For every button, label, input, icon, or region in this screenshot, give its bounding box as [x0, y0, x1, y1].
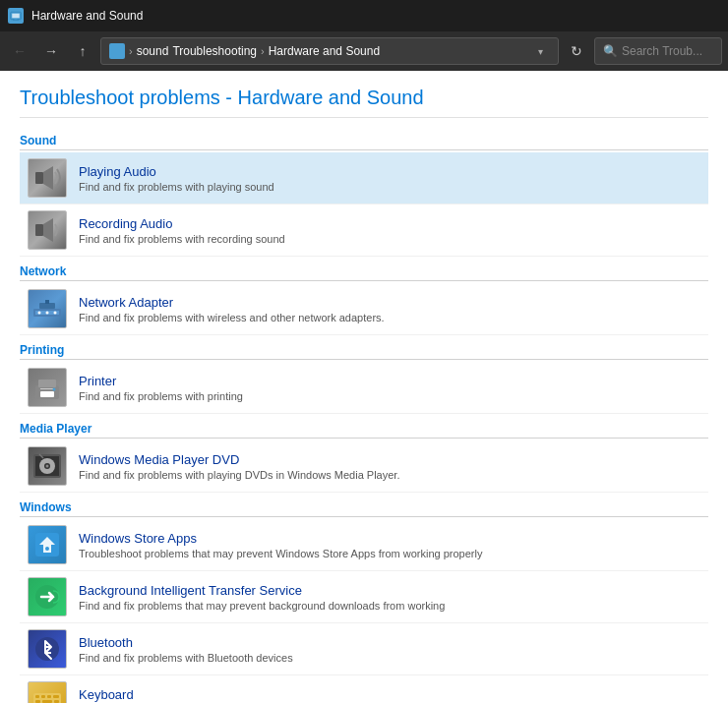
separator1: › [129, 45, 133, 57]
windows-media-player-dvd-text: Windows Media Player DVD Find and fix pr… [79, 452, 700, 481]
section-media-player: Media Player Windows Media Player DVD Fi… [20, 422, 708, 493]
search-box[interactable]: 🔍 Search Troub... [594, 37, 722, 65]
list-item-recording-audio[interactable]: Recording Audio Find and fix problems wi… [20, 205, 708, 257]
address-bar[interactable]: › sound Troubleshooting › Hardware and S… [100, 37, 559, 65]
address-app-icon [109, 43, 125, 59]
recording-audio-name: Recording Audio [79, 216, 700, 231]
search-placeholder: Search Troub... [622, 44, 702, 58]
windows-media-player-dvd-name: Windows Media Player DVD [79, 452, 700, 467]
playing-audio-name: Playing Audio [79, 164, 700, 179]
svg-rect-6 [35, 224, 43, 236]
bluetooth-text: Bluetooth Find and fix problems with Blu… [79, 635, 700, 664]
window-title: Hardware and Sound [31, 9, 143, 23]
network-adapter-name: Network Adapter [79, 295, 700, 310]
list-item-windows-media-player-dvd[interactable]: Windows Media Player DVD Find and fix pr… [20, 440, 708, 493]
section-header-windows: Windows [20, 500, 708, 517]
recording-audio-icon [28, 210, 67, 250]
network-adapter-icon [28, 289, 67, 328]
titlebar: Hardware and Sound [0, 0, 728, 31]
breadcrumb-troubleshooting-label[interactable]: Troubleshooting [172, 44, 257, 58]
background-intelligent-transfer-icon [28, 577, 67, 616]
playing-audio-text: Playing Audio Find and fix problems with… [79, 164, 700, 193]
section-windows: Windows Windows Store Apps Troubleshoot … [20, 500, 708, 703]
background-intelligent-transfer-name: Background Intelligent Transfer Service [79, 583, 700, 598]
addressbar: ← → ↑ › sound Troubleshooting › Hardware… [0, 31, 728, 71]
svg-point-19 [53, 388, 56, 391]
svg-rect-31 [41, 695, 45, 698]
svg-point-14 [54, 312, 57, 315]
section-network: Network Network Adapter Find and fix pro… [20, 264, 708, 335]
list-item-windows-store-apps[interactable]: Windows Store Apps Troubleshoot problems… [20, 519, 708, 571]
windows-media-player-dvd-icon [28, 446, 67, 486]
svg-marker-7 [43, 218, 53, 242]
breadcrumb-troubleshooting[interactable]: sound [137, 44, 169, 58]
svg-point-26 [45, 547, 49, 551]
playing-audio-icon [28, 158, 67, 198]
svg-rect-28 [35, 637, 59, 661]
svg-rect-3 [13, 20, 19, 21]
svg-point-24 [46, 465, 49, 468]
background-intelligent-transfer-text: Background Intelligent Transfer Service … [79, 583, 700, 612]
windows-store-apps-text: Windows Store Apps Troubleshoot problems… [79, 531, 700, 559]
playing-audio-desc: Find and fix problems with playing sound [79, 181, 700, 193]
background-intelligent-transfer-desc: Find and fix problems that may prevent b… [79, 600, 700, 612]
printer-desc: Find and fix problems with printing [79, 390, 700, 402]
network-adapter-desc: Find and fix problems with wireless and … [79, 312, 700, 323]
windows-store-apps-desc: Troubleshoot problems that may prevent W… [79, 548, 700, 559]
section-header-media-player: Media Player [20, 422, 708, 439]
windows-media-player-dvd-desc: Find and fix problems with playing DVDs … [79, 469, 700, 481]
app-icon [8, 8, 24, 24]
section-sound: Sound Playing Audio Find and fix problem… [20, 134, 708, 257]
main-content: Troubleshoot problems - Hardware and Sou… [0, 71, 728, 703]
svg-rect-30 [35, 695, 39, 698]
svg-rect-32 [47, 695, 51, 698]
printer-icon [28, 368, 67, 407]
svg-rect-4 [35, 172, 43, 184]
svg-point-13 [46, 312, 49, 315]
keyboard-name: Keyboard [79, 687, 700, 702]
windows-store-apps-name: Windows Store Apps [79, 531, 700, 546]
section-header-sound: Sound [20, 134, 708, 150]
list-item-printer[interactable]: Printer Find and fix problems with print… [20, 362, 708, 414]
recording-audio-text: Recording Audio Find and fix problems wi… [79, 216, 700, 245]
bluetooth-name: Bluetooth [79, 635, 700, 650]
printer-text: Printer Find and fix problems with print… [79, 374, 700, 402]
search-icon: 🔍 [603, 44, 618, 58]
svg-rect-33 [53, 695, 59, 698]
keyboard-icon [28, 681, 67, 703]
bluetooth-icon [28, 629, 67, 669]
network-adapter-text: Network Adapter Find and fix problems wi… [79, 295, 700, 323]
list-item-playing-audio[interactable]: Playing Audio Find and fix problems with… [20, 152, 708, 205]
section-header-printing: Printing [20, 343, 708, 360]
refresh-button[interactable]: ↻ [563, 37, 590, 65]
bluetooth-desc: Find and fix problems with Bluetooth dev… [79, 652, 700, 664]
svg-marker-5 [43, 166, 53, 190]
svg-point-12 [38, 312, 41, 315]
dropdown-chevron[interactable]: ▾ [530, 41, 550, 61]
svg-rect-17 [40, 391, 54, 397]
page-title: Troubleshoot problems - Hardware and Sou… [20, 87, 708, 118]
forward-button[interactable]: → [37, 37, 65, 65]
svg-rect-11 [45, 300, 49, 304]
list-item-bluetooth[interactable]: Bluetooth Find and fix problems with Blu… [20, 623, 708, 675]
back-button[interactable]: ← [6, 37, 33, 65]
list-item-keyboard[interactable]: Keyboard Find and fix problems with your… [20, 675, 708, 703]
svg-rect-18 [40, 388, 54, 389]
recording-audio-desc: Find and fix problems with recording sou… [79, 233, 700, 245]
up-button[interactable]: ↑ [69, 37, 96, 65]
list-item-background-intelligent-transfer[interactable]: Background Intelligent Transfer Service … [20, 571, 708, 623]
windows-store-apps-icon [28, 525, 67, 564]
section-header-network: Network [20, 264, 708, 281]
separator2: › [261, 45, 265, 57]
svg-rect-16 [38, 380, 56, 387]
printer-name: Printer [79, 374, 700, 388]
section-printing: Printing Printer Find and fix problems w… [20, 343, 708, 414]
svg-rect-1 [12, 14, 20, 19]
keyboard-text: Keyboard Find and fix problems with your… [79, 687, 700, 704]
list-item-network-adapter[interactable]: Network Adapter Find and fix problems wi… [20, 283, 708, 335]
breadcrumb-hardware-sound[interactable]: Hardware and Sound [269, 44, 380, 58]
